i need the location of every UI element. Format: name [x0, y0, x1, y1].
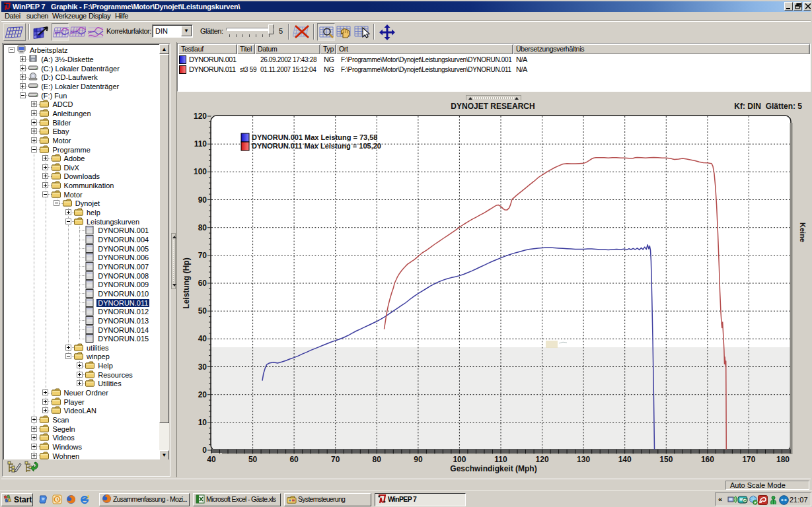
svg-text:140: 140 — [618, 455, 632, 464]
svg-text:90: 90 — [198, 195, 207, 205]
svg-text:170: 170 — [742, 455, 755, 464]
svg-text:DYNORUN.001 Max Leistung = 73,: DYNORUN.001 Max Leistung = 73,58 — [252, 133, 377, 141]
svg-text:70: 70 — [198, 251, 207, 260]
svg-text:150: 150 — [659, 455, 673, 464]
svg-text:50: 50 — [198, 306, 207, 316]
svg-text:110: 110 — [194, 139, 207, 149]
svg-text:0: 0 — [202, 446, 207, 455]
svg-text:110: 110 — [494, 455, 507, 464]
svg-text:10: 10 — [198, 418, 207, 427]
svg-text:90: 90 — [414, 455, 423, 464]
svg-text:120: 120 — [194, 112, 207, 121]
svg-text:80: 80 — [198, 223, 207, 232]
svg-text:60: 60 — [198, 279, 207, 288]
svg-text:100: 100 — [453, 455, 466, 464]
svg-text:DYNORUN.011 Max Leistung = 105: DYNORUN.011 Max Leistung = 105,20 — [252, 142, 381, 150]
svg-text:80: 80 — [373, 455, 382, 464]
svg-text:Kf: DIN Glätten: 5: Kf: DIN Glätten: 5 — [734, 102, 802, 111]
svg-text:70: 70 — [331, 455, 340, 464]
svg-text:160: 160 — [701, 455, 714, 464]
svg-text:20: 20 — [198, 390, 207, 399]
svg-text:60: 60 — [289, 455, 299, 464]
svg-text:120: 120 — [536, 455, 549, 464]
svg-text:Geschwindigkeit (Mph): Geschwindigkeit (Mph) — [450, 464, 536, 473]
svg-text:40: 40 — [207, 455, 216, 464]
svg-text:30: 30 — [198, 362, 207, 372]
svg-text:Keine: Keine — [799, 222, 807, 242]
svg-text:130: 130 — [577, 455, 590, 464]
svg-text:DYNOJET RESEARCH: DYNOJET RESEARCH — [451, 102, 535, 111]
svg-text:50: 50 — [248, 455, 258, 464]
svg-text:100: 100 — [194, 167, 207, 176]
svg-text:40: 40 — [198, 334, 207, 343]
svg-text:Leistung (Hp): Leistung (Hp) — [182, 257, 191, 308]
svg-text:180: 180 — [776, 455, 790, 464]
